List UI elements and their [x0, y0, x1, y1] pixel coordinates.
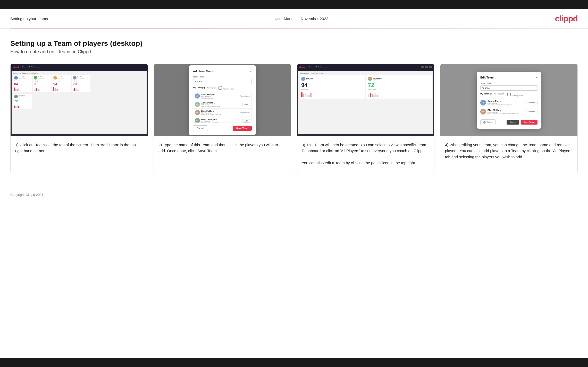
ss3-c1-header: Blair McHarg Plus Handicap [301, 77, 363, 81]
ss1-p1-bars [14, 86, 31, 91]
ss3-ctrl-2 [425, 66, 428, 68]
ss3-topbar: clippd Teams My Performance [297, 64, 434, 70]
ss1-p4-quality: Player Quality [73, 80, 89, 82]
ss1-p5-bars [14, 103, 31, 108]
edit-player-2-info: BM Blair McHarg Plus Handicap Royal Nort… [480, 109, 519, 115]
ss1-avatar-2: B [34, 76, 37, 80]
ss1-player-5: R Richard Butler Plus Handicap 72 [13, 94, 32, 109]
ss1-bar [58, 90, 60, 91]
ss1-bar [77, 90, 78, 91]
ss1-bar [56, 89, 57, 91]
ss1-nav-teams: My Performance [29, 66, 40, 68]
bar [310, 93, 312, 97]
card-4-text: 4) When editing your Team, you can chang… [440, 136, 577, 173]
modal-player-2-add-btn[interactable]: Add [242, 103, 250, 106]
modal-close-icon[interactable]: × [250, 69, 252, 73]
modal-tab-my-team[interactable]: My Team (2) [193, 86, 205, 89]
ss1-topbar: clippd Home My Performance [11, 64, 148, 70]
card-1-screenshot: clippd Home My Performance Showing 6 out… [11, 64, 148, 136]
edit-modal-close-icon[interactable]: × [535, 75, 537, 80]
modal-player-3-name: Blair McHarg [201, 110, 221, 112]
modal-player-3-details: Blair McHarg Plus Handicap Royal North D… [201, 110, 221, 115]
ss1-p2-score: 0 [34, 82, 50, 86]
ss1-bar [55, 88, 56, 91]
ss1-p2-quality: Player Quality [34, 80, 50, 82]
edit-tab-all-players[interactable]: All Players [494, 93, 504, 96]
ss1-p1-score: 84 [14, 82, 31, 86]
bottom-bar [0, 358, 588, 367]
ss1-bar [14, 106, 15, 108]
copyright-text: Copyright Clippd 2021 [10, 193, 44, 197]
card-1: clippd Home My Performance Showing 6 out… [10, 64, 148, 173]
modal-cancel-button[interactable]: Cancel [193, 125, 208, 131]
header-center-text: User Manual – November 2022 [275, 16, 328, 21]
add-team-modal: Add New Team × Team Name * My Team (2) A… [189, 65, 256, 135]
ss1-bar [18, 88, 19, 91]
bar [372, 94, 373, 97]
modal-title: Add New Team [193, 70, 213, 73]
edit-player-2-avatar: BM [480, 109, 486, 115]
ss1-p2-detail: Plus Handicap [38, 78, 45, 79]
modal-player-1-detail2: The Shire London [201, 97, 215, 99]
ss1-bar [38, 89, 39, 91]
ss1-bar [53, 87, 54, 91]
edit-player-2-remove-btn[interactable]: Remove [526, 110, 537, 113]
ss1-bar [19, 90, 20, 91]
bar [301, 92, 303, 97]
ss1-bar [15, 106, 16, 108]
ss1-avatar-3: A [53, 76, 57, 80]
ss3-c2-bars [368, 91, 430, 97]
modal-player-1: AP Adrian Player Plus Handicap The Shire… [193, 92, 251, 100]
ss1-p4-bars [73, 86, 89, 91]
edit-delete-button[interactable]: Delete [480, 119, 495, 125]
modal-player-2-detail2: Central London Golf Centre [201, 106, 220, 107]
modal-player-1-avatar: AP [195, 93, 200, 99]
ss3-c1-label: Player Quality [301, 89, 363, 90]
modal-player-4-add-btn[interactable]: Add [242, 119, 250, 123]
modal-save-button[interactable]: Save Team [233, 126, 252, 131]
edit-player-1-avatar: AP [480, 100, 486, 106]
modal-tabs: My Team (2) All Players Filter by name [193, 86, 252, 90]
edit-team-name-input[interactable] [480, 85, 537, 91]
card-3: clippd Teams My Performance Showing 6 ou… [297, 64, 434, 173]
edit-modal-header: Edit Team × [480, 75, 537, 80]
svg-rect-0 [483, 122, 485, 123]
filter-checkbox[interactable] [219, 86, 222, 90]
page-header: Setting up your teams User Manual – Nove… [0, 9, 588, 29]
card-4-screenshot: Edit Team × Team Name * My Team (2) All … [440, 64, 577, 136]
clippd-logo: clippd [555, 14, 578, 23]
page-footer: Copyright Clippd 2021 [0, 189, 588, 201]
ss1-logo: clippd [13, 66, 19, 68]
modal-player-4-avatar: DB [195, 118, 200, 123]
bar [375, 93, 376, 97]
edit-filter-label: Filter by name [507, 93, 523, 96]
edit-player-1-name: Adrian Player [488, 100, 512, 102]
bar [305, 93, 306, 97]
ss3-nav-2: My Performance [315, 66, 327, 68]
ss1-avatar-1: A [14, 76, 18, 80]
ss1-p4-score: 78 [73, 82, 89, 86]
modal-tab-all-players[interactable]: All Players [207, 87, 217, 89]
bar [368, 94, 369, 97]
edit-player-row-1: AP Adrian Player Plus Handicap The Shire… [480, 98, 537, 107]
ss3-c2-header: Richard Butler Plus Handicap [368, 77, 430, 81]
modal-team-name-input[interactable] [193, 79, 252, 84]
edit-modal-footer: Delete Cancel Save Team [480, 119, 537, 125]
modal-player-1-info: AP Adrian Player Plus Handicap The Shire… [195, 93, 215, 99]
ss3-c1-name: Blair McHarg [306, 77, 314, 79]
edit-filter-checkbox[interactable] [507, 93, 511, 96]
edit-tab-my-team[interactable]: My Team (2) [480, 93, 492, 96]
ss1-avatar-4: D [73, 76, 77, 80]
ss1-p5-detail: Plus Handicap [19, 97, 25, 98]
edit-save-button[interactable]: Save Team [521, 120, 537, 125]
edit-player-1-remove-btn[interactable]: Remove [526, 101, 537, 104]
bar [303, 94, 304, 97]
ss1-dashboard: clippd Home My Performance Showing 6 out… [11, 64, 148, 136]
ss1-filter: Showing 6 out of 8 players from All Play… [13, 72, 145, 74]
modal-player-2-details: Adrian Coliba 1 Handicap Central London … [201, 102, 220, 107]
card-4: Edit Team × Team Name * My Team (2) All … [440, 64, 578, 173]
ss1-p5-score: 72 [14, 99, 31, 103]
edit-cancel-button[interactable]: Cancel [507, 120, 519, 125]
page-subtitle: How to create and edit Teams in Clippd [10, 49, 578, 55]
modal-player-3: BM Blair McHarg Plus Handicap Royal Nort… [193, 109, 251, 117]
